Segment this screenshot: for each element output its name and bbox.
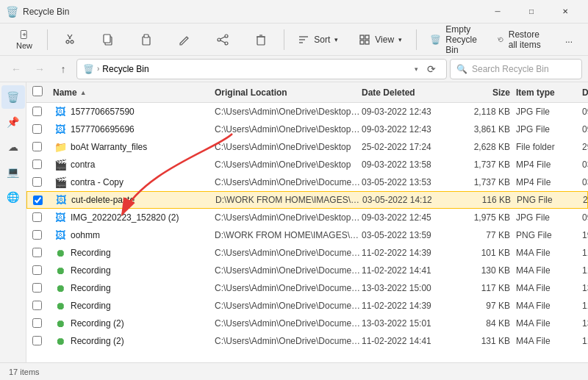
sort-button[interactable]: Sort ▾	[288, 28, 348, 51]
address-path: 🗑️ › Recycle Bin	[83, 64, 410, 74]
row-checkbox[interactable]	[32, 212, 42, 222]
table-row[interactable]: 🎬 contra C:\Users\Admin\OneDrive\Desktop…	[26, 156, 588, 173]
sidebar-item-2[interactable]: ☁	[1, 135, 25, 159]
paste-button[interactable]	[128, 26, 165, 54]
row-checkbox-cell	[32, 230, 53, 240]
file-type: M4A File	[516, 336, 582, 346]
sidebar-item-3[interactable]: 💻	[1, 160, 25, 184]
minimize-button[interactable]: ─	[481, 0, 514, 24]
table-row[interactable]: ⏺ Recording (2) C:\Users\Admin\OneDrive\…	[26, 332, 588, 350]
file-size: 1,737 KB	[457, 159, 516, 170]
table-row[interactable]: 📁 boAt Warranty_files C:\Users\Admin\One…	[26, 138, 588, 156]
file-icon: ⏺	[53, 334, 68, 348]
file-size: 117 KB	[457, 283, 516, 293]
address-box[interactable]: 🗑️ › Recycle Bin ▾ ⟳	[76, 59, 447, 79]
file-size: 77 KB	[457, 230, 516, 240]
toolbar: New	[0, 24, 588, 56]
file-name: cut-delete-paste	[71, 195, 215, 205]
empty-recycle-label: Empty Recycle Bin	[445, 24, 477, 55]
file-area-wrapper: Name ▲ Original Location Date Deleted Si…	[26, 82, 588, 362]
row-checkbox[interactable]	[32, 124, 42, 134]
table-row[interactable]: 🖼 oohmm D:\WORK FROM HOME\IMAGES\O&O Di.…	[26, 226, 588, 244]
file-modified: 29-01-2022 202	[582, 142, 588, 152]
search-box[interactable]: 🔍 Search Recycle Bin	[450, 59, 582, 79]
file-modified: 03-03-2022 202	[582, 159, 588, 170]
forward-button[interactable]: →	[29, 59, 50, 79]
row-checkbox-cell	[32, 177, 53, 187]
file-location: C:\Users\Admin\OneDrive\Documents\S...	[215, 318, 362, 329]
delete-button[interactable]	[243, 26, 279, 54]
row-checkbox-cell	[32, 212, 53, 222]
row-checkbox[interactable]	[32, 318, 42, 328]
title-bar-left: 🗑️ Recycle Bin	[6, 6, 69, 18]
row-checkbox[interactable]	[32, 336, 42, 345]
restore-all-button[interactable]: Restore all items	[488, 28, 554, 51]
file-location: C:\Users\Admin\OneDrive\Documents\S...	[215, 301, 362, 311]
file-location: C:\Users\Admin\OneDrive\Documents\S...	[215, 283, 362, 293]
row-checkbox[interactable]	[32, 301, 42, 310]
refresh-button[interactable]: ⟳	[423, 60, 440, 78]
new-button[interactable]: New	[6, 26, 43, 54]
sidebar-item-4[interactable]: 🌐	[1, 185, 25, 209]
share-button[interactable]	[204, 26, 241, 54]
file-icon: 🖼	[53, 104, 68, 119]
name-sort-icon: ▲	[80, 89, 87, 96]
table-row[interactable]: ⏺ Recording (2) C:\Users\Admin\OneDrive\…	[26, 315, 588, 332]
rename-button[interactable]	[166, 26, 203, 54]
window-title: Recycle Bin	[23, 7, 69, 17]
sidebar-item-1[interactable]: 📌	[1, 110, 25, 134]
row-checkbox[interactable]	[32, 107, 42, 116]
file-name: Recording (2)	[71, 336, 215, 346]
address-dropdown-icon[interactable]: ▾	[415, 65, 418, 73]
sort-label: Sort	[314, 35, 330, 45]
row-checkbox[interactable]	[33, 196, 43, 205]
select-all-checkbox[interactable]	[32, 86, 43, 96]
table-row[interactable]: 🖼 IMG_20220223_152820 (2) C:\Users\Admin…	[26, 209, 588, 226]
file-name: Recording	[71, 283, 215, 293]
file-icon: 🖼	[53, 210, 68, 225]
file-deleted: 13-03-2022 15:01	[362, 318, 457, 329]
row-checkbox-cell	[32, 318, 53, 328]
table-row[interactable]: 🖼 1577706657590 C:\Users\Admin\OneDrive\…	[26, 103, 588, 121]
maximize-button[interactable]: □	[514, 0, 548, 24]
row-checkbox[interactable]	[32, 142, 42, 151]
file-icon: ⏺	[53, 263, 68, 278]
file-modified: 11-02-2022 14:3	[582, 336, 588, 346]
row-checkbox[interactable]	[32, 230, 42, 240]
file-size: 101 KB	[457, 248, 516, 258]
col-name-header[interactable]: Name ▲	[53, 87, 215, 98]
file-type: M4A File	[516, 248, 582, 258]
row-checkbox[interactable]	[32, 248, 42, 257]
copy-button[interactable]	[90, 26, 126, 54]
cut-button[interactable]	[51, 26, 88, 54]
file-deleted: 09-03-2022 13:58	[362, 159, 457, 170]
table-row[interactable]: ⏺ Recording C:\Users\Admin\OneDrive\Docu…	[26, 279, 588, 297]
file-modified: 11-02-2022 14:3	[582, 248, 588, 258]
file-deleted: 25-02-2022 17:24	[362, 142, 457, 152]
more-button[interactable]: ...	[556, 28, 582, 51]
empty-recycle-button[interactable]: 🗑️ Empty Recycle Bin	[420, 28, 487, 51]
table-row[interactable]: ⏺ Recording C:\Users\Admin\OneDrive\Docu…	[26, 262, 588, 279]
table-row[interactable]: 🖼 1577706695696 C:\Users\Admin\OneDrive\…	[26, 121, 588, 138]
file-icon: ⏺	[53, 298, 68, 313]
address-bar: ← → ↑ 🗑️ › Recycle Bin ▾ ⟳ 🔍 Search Recy…	[0, 56, 588, 82]
table-row[interactable]: 🎬 contra - Copy C:\Users\Admin\OneDrive\…	[26, 173, 588, 191]
view-button[interactable]: View ▾	[349, 28, 412, 51]
file-icon: 🎬	[53, 175, 68, 190]
file-area: Name ▲ Original Location Date Deleted Si…	[26, 82, 588, 362]
table-row[interactable]: 🖼 cut-delete-paste D:\WORK FROM HOME\IMA…	[26, 191, 588, 209]
row-checkbox[interactable]	[32, 283, 42, 293]
back-button[interactable]: ←	[6, 59, 26, 79]
up-button[interactable]: ↑	[53, 59, 74, 79]
row-checkbox-cell	[32, 107, 53, 116]
file-location: C:\Users\Admin\OneDrive\Documents\T...	[215, 177, 362, 187]
table-row[interactable]: ⏺ Recording C:\Users\Admin\OneDrive\Docu…	[26, 297, 588, 315]
table-row[interactable]: ⏺ Recording C:\Users\Admin\OneDrive\Docu…	[26, 244, 588, 262]
row-checkbox[interactable]	[32, 265, 42, 275]
file-location: C:\Users\Admin\OneDrive\Desktop\Shiva...	[215, 107, 362, 117]
close-button[interactable]: ✕	[548, 0, 582, 24]
row-checkbox[interactable]	[32, 159, 42, 169]
file-name: contra - Copy	[71, 177, 215, 187]
sidebar-item-recycle[interactable]: 🗑️	[1, 85, 25, 109]
row-checkbox[interactable]	[32, 177, 42, 187]
